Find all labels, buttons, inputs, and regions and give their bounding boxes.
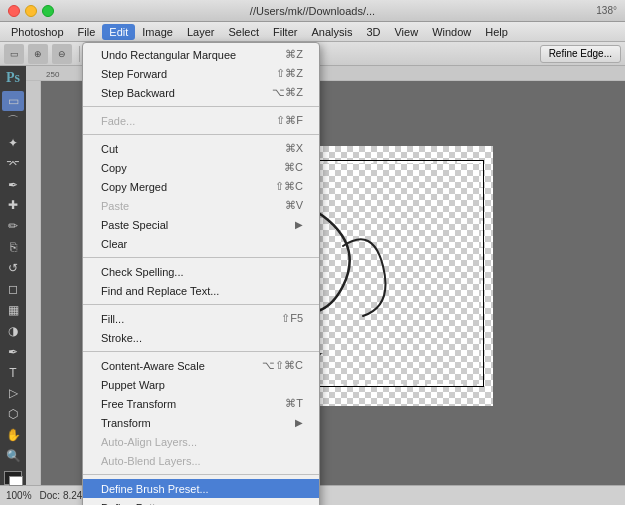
divider-1 (83, 106, 319, 107)
tool-options-icon: ▭ (4, 44, 24, 64)
menu-section-6: Content-Aware Scale ⌥⇧⌘C Puppet Warp Fre… (83, 354, 319, 472)
tool-options-icon2: ⊕ (28, 44, 48, 64)
menu-section-7: Define Brush Preset... Define Pattern...… (83, 477, 319, 505)
close-button[interactable] (8, 5, 20, 17)
fade: Fade... ⇧⌘F (83, 111, 319, 130)
puppet-warp[interactable]: Puppet Warp (83, 375, 319, 394)
divider-3 (83, 257, 319, 258)
menu-analysis[interactable]: Analysis (304, 24, 359, 40)
cut[interactable]: Cut ⌘X (83, 139, 319, 158)
menu-bar: Photoshop File Edit Image Layer Select F… (0, 22, 625, 42)
window-title: //Users/mk//Downloads/... (250, 5, 375, 17)
define-brush-preset[interactable]: Define Brush Preset... (83, 479, 319, 498)
paste: Paste ⌘V (83, 196, 319, 215)
title-right-info: 138° (596, 5, 617, 16)
copy-merged[interactable]: Copy Merged ⇧⌘C (83, 177, 319, 196)
eraser-tool[interactable]: ◻ (2, 279, 24, 299)
menu-view[interactable]: View (387, 24, 425, 40)
free-transform[interactable]: Free Transform ⌘T (83, 394, 319, 413)
divider-6 (83, 474, 319, 475)
divider-2 (83, 134, 319, 135)
find-replace[interactable]: Find and Replace Text... (83, 281, 319, 300)
menu-edit[interactable]: Edit (102, 24, 135, 40)
define-pattern[interactable]: Define Pattern... (83, 498, 319, 505)
fill[interactable]: Fill... ⇧F5 (83, 309, 319, 328)
brush-tool[interactable]: ✏ (2, 216, 24, 236)
menu-3d[interactable]: 3D (359, 24, 387, 40)
hand-tool[interactable]: ✋ (2, 425, 24, 445)
background-color[interactable] (9, 476, 23, 486)
pen-tool[interactable]: ✒ (2, 342, 24, 362)
ruler-left (26, 81, 41, 485)
type-tool[interactable]: T (2, 363, 24, 383)
auto-align-layers: Auto-Align Layers... (83, 432, 319, 451)
toolbox: Ps ▭ ⌒ ✦ ⌤ ✒ ✚ ✏ ⎘ ↺ ◻ ▦ ◑ ✒ T ▷ ⬡ ✋ 🔍 (0, 66, 26, 485)
refine-edge-button[interactable]: Refine Edge... (540, 45, 621, 63)
menu-file[interactable]: File (71, 24, 103, 40)
menu-section-1: Undo Rectangular Marquee ⌘Z Step Forward… (83, 43, 319, 104)
menu-select[interactable]: Select (221, 24, 266, 40)
separator (79, 46, 80, 62)
menu-help[interactable]: Help (478, 24, 515, 40)
minimize-button[interactable] (25, 5, 37, 17)
foreground-color[interactable] (4, 471, 22, 485)
dodge-tool[interactable]: ◑ (2, 321, 24, 341)
menu-section-3: Cut ⌘X Copy ⌘C Copy Merged ⇧⌘C Paste ⌘V … (83, 137, 319, 255)
zoom-tool[interactable]: 🔍 (2, 446, 24, 466)
edit-dropdown-menu: Undo Rectangular Marquee ⌘Z Step Forward… (82, 42, 320, 505)
marquee-tool[interactable]: ▭ (2, 91, 24, 111)
copy[interactable]: Copy ⌘C (83, 158, 319, 177)
stroke[interactable]: Stroke... (83, 328, 319, 347)
eyedropper-tool[interactable]: ✒ (2, 175, 24, 195)
undo-rectangular-marquee[interactable]: Undo Rectangular Marquee ⌘Z (83, 45, 319, 64)
quick-select-tool[interactable]: ✦ (2, 133, 24, 153)
maximize-button[interactable] (42, 5, 54, 17)
step-backward[interactable]: Step Backward ⌥⌘Z (83, 83, 319, 102)
auto-blend-layers: Auto-Blend Layers... (83, 451, 319, 470)
menu-filter[interactable]: Filter (266, 24, 304, 40)
path-select-tool[interactable]: ▷ (2, 383, 24, 403)
menu-layer[interactable]: Layer (180, 24, 222, 40)
shape-tool[interactable]: ⬡ (2, 404, 24, 424)
crop-tool[interactable]: ⌤ (2, 154, 24, 174)
lasso-tool[interactable]: ⌒ (2, 112, 24, 132)
check-spelling[interactable]: Check Spelling... (83, 262, 319, 281)
heal-tool[interactable]: ✚ (2, 195, 24, 215)
clone-stamp-tool[interactable]: ⎘ (2, 237, 24, 257)
zoom-level: 100% (6, 490, 32, 501)
history-brush-tool[interactable]: ↺ (2, 258, 24, 278)
tool-options-icon3: ⊖ (52, 44, 72, 64)
menu-section-4: Check Spelling... Find and Replace Text.… (83, 260, 319, 302)
window-controls (0, 5, 54, 17)
ps-logo: Ps (6, 70, 20, 86)
clear[interactable]: Clear (83, 234, 319, 253)
ruler-label-250: 250 (46, 70, 59, 79)
menu-image[interactable]: Image (135, 24, 180, 40)
divider-4 (83, 304, 319, 305)
menu-section-2: Fade... ⇧⌘F (83, 109, 319, 132)
content-aware-scale[interactable]: Content-Aware Scale ⌥⇧⌘C (83, 356, 319, 375)
divider-5 (83, 351, 319, 352)
transform[interactable]: Transform ▶ (83, 413, 319, 432)
menu-window[interactable]: Window (425, 24, 478, 40)
title-bar: //Users/mk//Downloads/... 138° (0, 0, 625, 22)
menu-photoshop[interactable]: Photoshop (4, 24, 71, 40)
menu-section-5: Fill... ⇧F5 Stroke... (83, 307, 319, 349)
paste-special[interactable]: Paste Special ▶ (83, 215, 319, 234)
gradient-tool[interactable]: ▦ (2, 300, 24, 320)
step-forward[interactable]: Step Forward ⇧⌘Z (83, 64, 319, 83)
